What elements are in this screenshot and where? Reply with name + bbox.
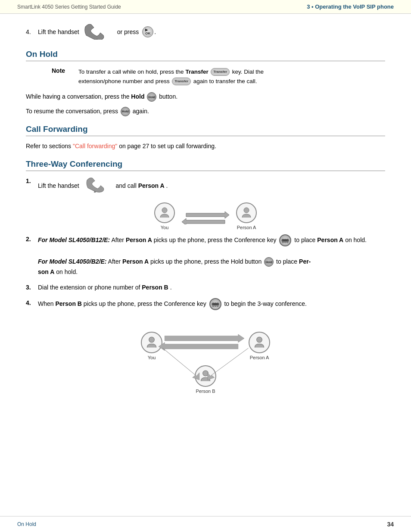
hold-para1-start: While having a conversation, press the (26, 93, 129, 100)
step1-num: 1. (26, 176, 38, 196)
hold-para1-end: button. (159, 93, 177, 100)
step1-person-a: Person A (138, 182, 165, 189)
you-circle (154, 202, 175, 223)
page: SmartLink 4050 Series Getting Started Gu… (0, 0, 411, 532)
call-forwarding-para: Refer to sections "Call forwarding" on p… (26, 141, 385, 152)
step4-conf-content: When Person B picks up the phone, press … (38, 298, 385, 310)
three-way-heading: Three-Way Conferencing (26, 159, 385, 171)
note-line4: again to transfer the call. (193, 78, 257, 84)
cf-text-end: on page 27 to set up call forwarding. (119, 143, 216, 149)
you-persona-diagram: You (26, 202, 385, 230)
you-label: You (161, 225, 169, 230)
step2b-model: For Model SL4050/B2/E: (38, 258, 106, 265)
note-label: Note (52, 67, 73, 86)
step1-content: Lift the handset and call Person A . (38, 176, 385, 196)
handset-icon-step1 (84, 176, 112, 196)
step3-text: Dial the extension or phone number of (38, 284, 140, 291)
hold-para2: To resume the conversation, press Hold a… (26, 106, 385, 117)
conf-personb-circle (195, 365, 216, 387)
svg-point-5 (244, 208, 249, 213)
step2-text2: picks up the phone, press the Conference… (154, 236, 277, 243)
step3-content: Dial the extension or phone number of Pe… (38, 283, 385, 293)
step2-num: 2. (26, 234, 38, 277)
conf-diagram-inner: You Person A (132, 319, 279, 396)
svg-point-2 (162, 208, 167, 213)
page-footer: On Hold 34 (0, 516, 411, 532)
step2b-person-a: Person A (122, 258, 149, 265)
header-right-text: 3 • Operating the VoIP SIP phone (307, 3, 394, 10)
conf-persona-node: Person A (249, 332, 270, 360)
on-hold-heading: On Hold (26, 50, 385, 61)
you-person-box: You (154, 202, 175, 230)
step2-person-a2: Person A (317, 236, 343, 243)
step4-text1: When (38, 300, 54, 307)
persona-label: Person A (237, 225, 256, 230)
step2b-text2: picks up the phone, press the Hold butto… (150, 258, 262, 265)
arrows-you-persona (182, 209, 229, 224)
step4-or-press: or press (117, 28, 139, 35)
hold-bold: Hold (131, 93, 144, 100)
step4-person-b: Person B (55, 300, 81, 307)
svg-point-14 (203, 370, 209, 376)
threeway-step4: 4. When Person B picks up the phone, pre… (26, 298, 385, 310)
conference-key-icon (279, 234, 291, 246)
note-block: Note To transfer a call while on hold, p… (52, 67, 385, 86)
hold-para2-start: To resume the conversation, press (26, 108, 118, 115)
note-text: To transfer a call while on hold, press … (78, 67, 264, 86)
note-line2: key. Dial the (232, 68, 264, 75)
threeway-step3: 3. Dial the extension or phone number of… (26, 283, 385, 293)
conf-personb-node: Person B (195, 365, 216, 394)
step2b-per: Per- (299, 258, 311, 265)
step4-conf-num: 4. (26, 298, 38, 310)
conf-persona-circle (249, 332, 270, 353)
conf-you-node: You (141, 332, 162, 360)
svg-marker-17 (163, 348, 199, 380)
svg-marker-3 (186, 212, 229, 218)
conference-key-icon2 (209, 298, 221, 310)
svg-marker-16 (159, 342, 238, 351)
conference-diagram: You Person A (26, 319, 385, 396)
hold-para1: While having a conversation, press the H… (26, 92, 385, 102)
footer-left-text: On Hold (17, 521, 36, 527)
conf-persona-label: Person A (250, 355, 269, 360)
step2b-text3: to place (276, 258, 297, 265)
hold-para2-end: again. (133, 108, 149, 115)
svg-point-12 (149, 337, 155, 342)
svg-marker-15 (165, 334, 244, 342)
step4-text: Lift the handset (38, 28, 79, 35)
transfer-bold: Transfer (185, 68, 208, 75)
hold-button-icon: Hold (147, 92, 156, 102)
ok-button-icon: ▶OK (142, 26, 153, 37)
hold-button-icon3: Hold (264, 257, 274, 267)
conf-you-circle (141, 332, 162, 353)
svg-point-13 (257, 337, 262, 342)
cf-text-start: Refer to sections (26, 143, 71, 149)
call-forwarding-link[interactable]: "Call forwarding" (73, 143, 117, 149)
step2-text4: on hold. (345, 236, 367, 243)
call-forwarding-heading: Call Forwarding (26, 124, 385, 136)
step3-person-b: Person B (142, 284, 168, 291)
conf-personb-label: Person B (196, 389, 215, 394)
step2b-text1: After (108, 258, 121, 265)
step2-model: For Model SL4050/B12/E: (38, 236, 110, 243)
step2-text3: to place (294, 236, 315, 243)
step2-person-a: Person A (126, 236, 152, 243)
step4-text2: picks up the phone, press the Conference… (84, 300, 206, 307)
header-left-text: SmartLink 4050 Series Getting Started Gu… (17, 4, 121, 10)
step2b-text4: on hold. (56, 268, 78, 275)
persona-person-box: Person A (236, 202, 257, 230)
svg-marker-4 (182, 218, 225, 224)
step2-text1: After (111, 236, 124, 243)
footer-page-number: 34 (387, 521, 394, 528)
step4-row: 4. Lift the handset or press ▶OK . (26, 22, 385, 41)
step4-number: 4. (26, 28, 34, 35)
step4-text3: to begin the 3-way conference. (224, 300, 306, 307)
note-line3: extension/phone number and press (78, 78, 170, 84)
step1-start: Lift the handset (38, 182, 79, 189)
diagram-inner: You (154, 202, 257, 230)
step2b-son-a: son A (38, 268, 54, 275)
step1-and-call: and call (116, 182, 137, 189)
step4-period: . (154, 28, 156, 35)
threeway-step2: 2. For Model SL4050/B12/E: After Person … (26, 234, 385, 277)
transfer-button-icon: Transfer (211, 68, 230, 76)
